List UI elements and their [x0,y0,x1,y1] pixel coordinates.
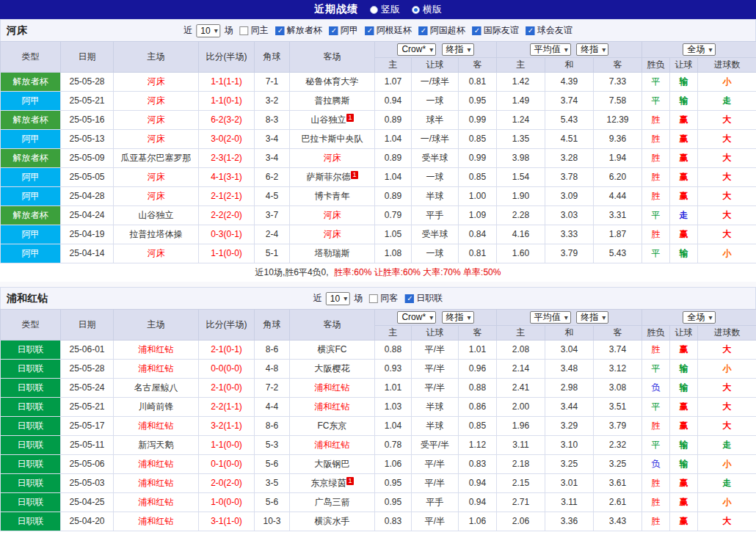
odds-stage-select[interactable]: 终指 [442,43,474,56]
checkbox-checked-icon[interactable] [330,26,338,35]
average-select[interactable]: 平均值 [530,311,571,324]
away-team-name[interactable]: 广岛三箭 [315,497,350,507]
away-team-name[interactable]: FC东京 [318,421,347,431]
average-stage-select[interactable]: 终指 [576,43,608,56]
away-team-name[interactable]: 萨斯菲尔德 [306,172,350,182]
home-team-name[interactable]: 浦和红钻 [139,497,174,507]
recent-count-select[interactable]: 10 [326,292,350,305]
home-team-name[interactable]: 河床 [148,248,165,258]
filter-checkbox-item[interactable]: 阿甲 [330,24,358,37]
away-team-name-cell: 山谷独立1 [290,111,375,130]
average-stage-select[interactable]: 终指 [576,311,608,324]
odds-stage-select[interactable]: 终指 [442,311,474,324]
league-type-badge: 日职联 [1,493,61,512]
home-team-name[interactable]: 瓜亚基尔巴塞罗那 [121,153,192,163]
match-row: 阿甲25-04-28河床2-1(2-1)4-5博卡青年0.89半球1.001.9… [1,187,756,206]
avg-home-odds: 2.18 [497,455,545,474]
league-type-badge: 解放者杯 [1,73,61,92]
match-row: 阿甲25-04-19拉普拉塔体操0-3(0-1)2-4河床1.05受半球0.84… [1,225,756,244]
home-team-name[interactable]: 河床 [148,76,165,87]
home-team-name[interactable]: 浦和红钻 [139,459,174,469]
home-team-name[interactable]: 拉普拉塔体操 [130,229,183,239]
view-option-vertical[interactable]: 竖版 [370,3,400,16]
filter-checkbox-item[interactable]: 同客 [369,292,398,305]
home-team-name[interactable]: 浦和红钻 [139,363,174,374]
filter-checkbox-item[interactable]: 解放者杯 [276,24,322,37]
match-score: 2-1(0-0) [199,379,255,398]
home-team-name[interactable]: 浦和红钻 [139,421,174,431]
home-team-name[interactable]: 新泻天鹅 [139,440,174,450]
away-team-name[interactable]: 塔勒瑞斯 [315,248,350,258]
checkbox-checked-icon[interactable] [366,26,374,35]
average-select[interactable]: 平均值 [530,43,571,56]
checkbox-unchecked-icon[interactable] [240,26,249,35]
scope-select[interactable]: 全场 [683,311,715,324]
home-team-name[interactable]: 川崎前锋 [139,401,174,412]
checkbox-checked-icon[interactable] [405,294,414,303]
avg-away-odds: 2.32 [594,436,642,455]
away-team-name[interactable]: 东京绿茵 [310,478,346,488]
view-option-horizontal[interactable]: 横版 [412,3,442,16]
away-team-name[interactable]: 河床 [324,210,341,220]
avg-home-odds: 1.96 [497,417,545,436]
away-team-name-cell: 河床 [290,206,375,225]
away-team-name[interactable]: 秘鲁体育大学 [306,76,359,87]
bookmaker-select[interactable]: Crow* [397,43,436,56]
radio-checked-icon[interactable] [412,6,420,14]
radio-unchecked-icon[interactable] [370,6,378,14]
outcome-result: 负 [642,379,670,398]
goals-result: 走 [698,474,756,493]
away-team-name[interactable]: 山谷独立 [310,114,346,125]
away-team-name[interactable]: 横滨FC [318,344,347,354]
away-team-name[interactable]: 大阪钢巴 [315,459,350,469]
filter-checkbox-item[interactable]: 球会友谊 [526,24,573,37]
home-team-name[interactable]: 浦和红钻 [139,516,174,526]
filter-checkbox-item[interactable]: 阿国超杯 [419,24,465,37]
home-team-name[interactable]: 名古屋鲸八 [134,382,178,393]
league-type-badge: 日职联 [1,398,61,417]
away-team-name[interactable]: 浦和红钻 [315,440,350,450]
crown-home-odds: 1.03 [375,398,412,417]
recent-count-select[interactable]: 10 [196,24,220,37]
home-team-name[interactable]: 浦和红钻 [139,478,174,488]
home-team-name-cell: 川崎前锋 [114,398,199,417]
filter-checkbox-item[interactable]: 日职联 [405,292,443,305]
checkbox-unchecked-icon[interactable] [369,294,378,303]
crown-handicap: 受半球 [412,225,459,244]
home-team-name[interactable]: 河床 [148,134,165,144]
away-team-name[interactable]: 博卡青年 [315,191,350,201]
away-team-name[interactable]: 浦和红钻 [315,382,350,393]
select-value: 10 [200,26,210,36]
crown-handicap: 一球 [412,92,459,111]
home-team-name[interactable]: 河床 [148,114,165,125]
avg-away-odds: 3.61 [594,474,642,493]
avg-away-odds: 3.08 [594,379,642,398]
checkbox-checked-icon[interactable] [526,26,535,35]
checkbox-checked-icon[interactable] [473,26,481,35]
bookmaker-select[interactable]: Crow* [397,311,436,324]
away-team-name-cell: 大阪钢巴 [290,455,375,474]
away-team-name[interactable]: 浦和红钻 [315,401,350,412]
crown-away-odds: 0.85 [459,168,497,187]
league-type-badge: 阿甲 [1,187,61,206]
filter-checkbox-item[interactable]: 同主 [240,24,269,37]
away-team-name[interactable]: 河床 [324,229,341,239]
crown-handicap: 受平/半 [412,436,459,455]
away-team-name[interactable]: 普拉腾斯 [315,95,350,106]
checkbox-checked-icon[interactable] [419,26,428,35]
away-team-name[interactable]: 河床 [324,153,341,163]
home-team-name[interactable]: 山谷独立 [139,210,174,220]
filter-checkbox-item[interactable]: 国际友谊 [473,24,519,37]
home-team-name[interactable]: 浦和红钻 [139,344,174,354]
away-team-name[interactable]: 横滨水手 [315,516,350,526]
away-team-name[interactable]: 巴拉卡斯中央队 [302,134,363,144]
filter-checkbox-item[interactable]: 阿根廷杯 [366,24,412,37]
checkbox-checked-icon[interactable] [276,26,285,35]
home-team-name[interactable]: 河床 [148,95,165,106]
scope-select[interactable]: 全场 [683,43,715,56]
home-team-name[interactable]: 河床 [148,172,165,182]
avg-home-odds: 4.16 [497,225,545,244]
home-team-name[interactable]: 河床 [148,191,165,201]
away-team-name-cell: 塔勒瑞斯 [290,244,375,263]
away-team-name[interactable]: 大阪樱花 [315,363,350,374]
